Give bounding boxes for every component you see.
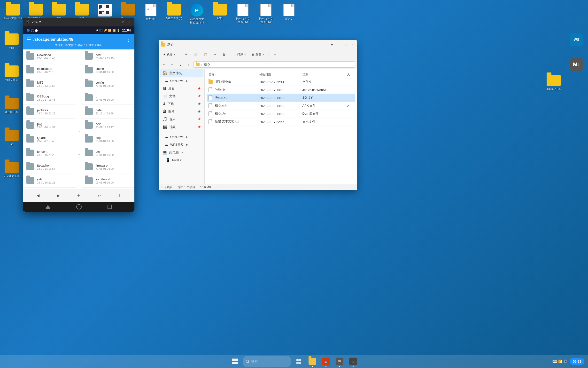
taskbar-app1[interactable]: 🐟 — [320, 356, 332, 367]
desktop-icon-lsp[interactable]: lsp — [0, 128, 23, 148]
desktop-icon-txt2[interactable]: 新建 文本文档 (2).txt — [231, 2, 254, 27]
desktop-icon-md[interactable]: M↓ — [565, 56, 588, 74]
desktop-icon-ws[interactable]: WS — [565, 31, 588, 49]
file-item-yztc[interactable]: yztc 23-01-16 21:25 — [23, 174, 76, 188]
file-item-download[interactable]: Download 23-01-14 13:49 — [23, 49, 76, 63]
home-circle-button[interactable] — [76, 204, 82, 210]
file-item-ttscache[interactable]: ttscache 23-01-13 15:54 — [23, 160, 76, 174]
fm-more-button[interactable]: ⋮ — [126, 37, 131, 42]
desktop-icon-nifan2[interactable]: 安全逆向工具 — [0, 160, 23, 180]
minimize-button[interactable]: ─ — [114, 19, 120, 25]
sidebar-item-docs[interactable]: 📄 文档 📌 — [160, 92, 203, 100]
nav-down-button[interactable]: ∨ — [177, 61, 184, 68]
taskbar-app3[interactable]: txt — [347, 356, 359, 367]
sidebar-item-onedrive2[interactable]: ☁ OneDrive ▶ — [160, 133, 203, 141]
file-item-pkg[interactable]: pkg 23-01-16 14:37 — [23, 119, 76, 132]
view-button[interactable]: ⊞ 查看 ∨ — [249, 51, 267, 58]
desktop-icon-txt3[interactable]: 新建 文本文档 (3).txt — [254, 2, 277, 27]
sidebar-item-music[interactable]: 🎵 音乐 📌 — [160, 115, 203, 123]
col-type[interactable]: 类型 — [300, 71, 345, 78]
file-item-dsp[interactable]: dsp 09-01-01 16:00 — [82, 132, 135, 146]
more-button[interactable]: ··· — [271, 51, 279, 58]
table-row[interactable]: flutter.js 2023-01-17 14:02 JetBrains We… — [207, 86, 355, 94]
file-item-osslog[interactable]: OSSLog 23-01-17 13:45 — [23, 91, 76, 105]
desktop-icon-jiexitxt[interactable]: txt 解析.txt — [139, 2, 162, 27]
sidebar-item-images[interactable]: 🖼 图片 📌 — [160, 108, 203, 115]
desktop-icon-nifan[interactable]: 逆反向工具 — [0, 96, 23, 116]
file-item-pictures[interactable]: pictures 23-01-16 21:25 — [23, 105, 76, 119]
swap-button[interactable]: ⇄ — [95, 191, 103, 200]
system-tray-icons[interactable]: ⌨ 📶 🔊 — [553, 359, 567, 363]
sidebar-item-wps[interactable]: ☁ WPS云盘 ▶ — [160, 141, 203, 148]
sort-button[interactable]: ↑ 排序 ∨ — [232, 51, 248, 58]
fm-menu-button[interactable]: ☰ — [27, 37, 31, 42]
file-item-cache[interactable]: cache 09-01-01 16:00 — [82, 63, 135, 77]
phone-home-bar — [23, 202, 134, 212]
col-size[interactable]: 大 — [345, 71, 355, 78]
desktop-icon-jiexi-folder[interactable]: 解析 — [208, 2, 231, 27]
delete-button[interactable]: 🗑 — [220, 51, 228, 58]
file-item-acct[interactable]: acct 75-04-17 15:45 — [82, 49, 135, 63]
desktop-icon-edge-html[interactable]: e 新建 文本文档 (11).html — [185, 2, 208, 27]
file-item-dev[interactable]: dev 23-01-14 13:17 — [82, 119, 135, 132]
forward-button[interactable]: ▶ — [54, 191, 63, 200]
taskbar-app2[interactable]: W — [334, 356, 345, 367]
file-item-installation[interactable]: Installation 23-01-16 21:15 — [23, 63, 76, 77]
back-triangle-button[interactable] — [45, 205, 50, 209]
search-button[interactable]: 搜索 — [243, 356, 291, 367]
file-item-etc[interactable]: etc 09-01-01 16:00 — [82, 146, 135, 160]
desktop-icon-frida2[interactable]: frida文件夹 — [0, 64, 23, 83]
sidebar-item-desktop[interactable]: 🖥 桌面 📌 — [160, 85, 203, 92]
table-row[interactable]: 糖心.apk 2023-01-13 14:00 APK 文件 2 — [207, 102, 355, 110]
back-button[interactable]: ◀ — [34, 191, 42, 200]
recents-square-button[interactable] — [107, 205, 112, 209]
nav-up-button[interactable]: ↑ — [185, 61, 192, 68]
table-row[interactable]: 糖心.dart 2023-01-13 14:20 Dart 源文件 — [207, 110, 355, 118]
rename-button[interactable]: ✏ — [211, 51, 219, 58]
file-item-firmware[interactable]: firmware 70-01-01 08:00 — [82, 160, 135, 174]
file-item-data[interactable]: data 22-12-14 19:38 — [82, 105, 135, 119]
close-button[interactable]: ✕ — [350, 42, 355, 47]
desktop-icon-xinjian5[interactable]: 新建文件夹(5) — [162, 2, 185, 27]
address-bar[interactable]: › 糖心 — [193, 61, 355, 68]
desktop-icon-qq[interactable]: QQ2022工具 — [542, 73, 565, 92]
new-button[interactable]: ✦ 新建 ∨ — [161, 51, 178, 58]
maximize-button[interactable]: □ — [121, 19, 126, 25]
pc-icon: 💻 — [163, 150, 167, 155]
file-item-quark[interactable]: Quark 23-01-17 13:45 — [23, 132, 76, 146]
sidebar-item-videos[interactable]: 🎬 视频 📌 — [160, 123, 203, 131]
desktop-icon-stub[interactable]: 新建... — [277, 2, 300, 27]
copy-button[interactable]: ⬜ — [191, 51, 200, 58]
table-row[interactable]: 正能量全套 2023-01-17 22:41 文件夹 — [207, 78, 355, 86]
sidebar-item-pixel2[interactable]: 📱 Pixel 2 — [160, 156, 203, 164]
sidebar-item-onedrive1[interactable]: ☁ OneDrive ▶ — [160, 77, 203, 85]
file-item-config[interactable]: config 70-01-01 08:00 — [82, 77, 135, 91]
file-item-tencent[interactable]: tencent 23-01-16 21:25 — [23, 146, 76, 160]
table-row-selected[interactable]: libapp.so 2023-01-13 14:00 SO 文件 — [207, 94, 355, 102]
start-button[interactable] — [229, 356, 241, 367]
task-view-button[interactable] — [293, 356, 305, 367]
desktop-icon-frida[interactable]: frida — [0, 31, 23, 51]
col-modified[interactable]: 修改日期 — [257, 71, 300, 78]
table-row[interactable]: 新建 文本文档.txt 2023-01-17 22:55 文本文档 — [207, 118, 355, 126]
file-item-lostfound[interactable]: lost+found 09-01-01 16:00 — [82, 174, 135, 188]
paste-button[interactable]: 📋 — [201, 51, 210, 58]
cut-button[interactable]: ✂ — [182, 51, 190, 58]
nav-forward-button[interactable]: → — [169, 61, 176, 68]
maximize-button[interactable]: □ — [343, 42, 348, 47]
sidebar-item-thispc[interactable]: 💻 此电脑 ∨ — [160, 149, 203, 156]
add-button[interactable]: + — [74, 191, 83, 200]
upload-button[interactable]: ↑ — [115, 191, 124, 200]
file-item-mt2[interactable]: MT2 23-01-13 15:55 — [23, 77, 76, 91]
close-button[interactable]: ✕ — [127, 19, 132, 25]
sidebar-item-home[interactable]: 🏠 主文件夹 — [160, 69, 203, 77]
file-item-d[interactable]: d 09-01-01 16:00 — [82, 91, 135, 105]
new-tab-button[interactable]: + — [328, 41, 335, 48]
nav-back-button[interactable]: ← — [161, 61, 167, 68]
taskbar-explorer[interactable] — [307, 356, 318, 367]
desktop-icon-charles[interactable]: charles文件 集合 — [1, 2, 24, 27]
active-dot — [325, 366, 326, 367]
col-name[interactable]: 名称 ∧ — [207, 71, 257, 78]
sidebar-item-downloads[interactable]: ⬇ 下载 📌 — [160, 100, 203, 108]
minimize-button[interactable]: ─ — [336, 42, 342, 47]
